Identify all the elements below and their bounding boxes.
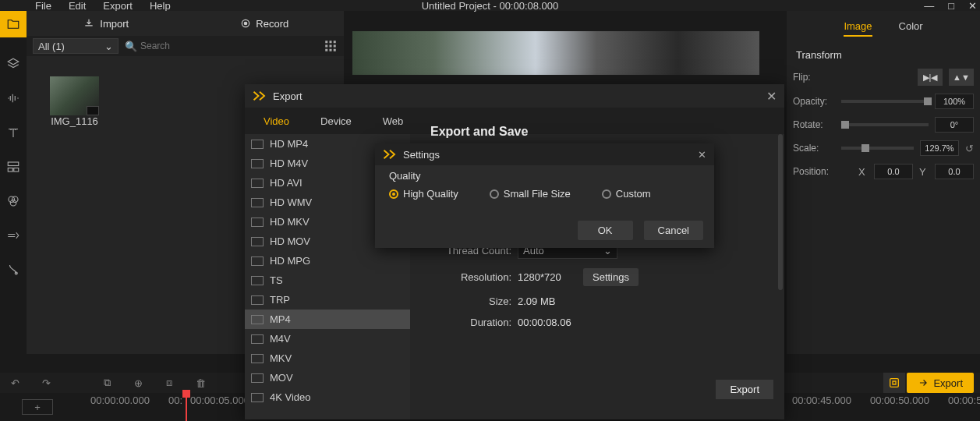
radio-small-file[interactable]: Small File Size — [490, 188, 571, 200]
resolution-label: Resolution: — [419, 271, 511, 283]
format-icon — [251, 334, 264, 344]
duration-value: 00:00:08.06 — [518, 317, 571, 328]
export-tab-device[interactable]: Device — [320, 115, 352, 127]
flip-label: Flip: — [793, 72, 835, 83]
menu-export[interactable]: Export — [103, 0, 133, 11]
rotate-value[interactable]: 0° — [935, 117, 974, 133]
settings-close-icon[interactable]: ✕ — [698, 149, 706, 161]
format-label: 4K Video — [270, 391, 311, 403]
import-label: Import — [100, 18, 129, 30]
format-icon — [251, 198, 264, 207]
import-button[interactable]: Import — [27, 18, 186, 30]
format-icon — [251, 393, 264, 402]
scale-value[interactable]: 129.7% — [920, 140, 959, 156]
rail-transition-icon[interactable] — [5, 228, 21, 243]
format-item[interactable]: MP4 — [245, 310, 410, 329]
position-x-value[interactable]: 0.0 — [874, 164, 913, 179]
format-label: MOV — [270, 372, 293, 384]
format-label: HD WMV — [270, 196, 312, 208]
rail-color-icon[interactable] — [5, 193, 21, 209]
clip-thumbnail[interactable]: IMG_1116 — [50, 76, 99, 127]
radio-high-quality[interactable]: High Quality — [389, 188, 458, 200]
rail-text-icon[interactable] — [5, 125, 21, 140]
cancel-button[interactable]: Cancel — [644, 221, 703, 240]
format-label: HD MPG — [270, 255, 310, 267]
export-confirm-button[interactable]: Export — [716, 380, 773, 399]
format-item[interactable]: HD MPG — [245, 251, 410, 271]
opacity-value[interactable]: 100% — [935, 94, 974, 109]
rail-media-icon[interactable] — [0, 11, 27, 37]
export-close-icon[interactable]: ✕ — [766, 89, 777, 104]
search-icon: 🔍 — [125, 41, 137, 52]
menu-help[interactable]: Help — [150, 0, 171, 11]
preview-viewport — [352, 31, 759, 75]
scale-slider[interactable] — [841, 147, 914, 150]
svg-rect-9 — [325, 41, 327, 43]
radio-custom[interactable]: Custom — [602, 188, 651, 200]
export-tab-video[interactable]: Video — [264, 115, 289, 127]
maximize-icon[interactable]: □ — [948, 0, 954, 12]
media-filter-dropdown[interactable]: All (1) ⌄ — [33, 38, 119, 54]
format-label: HD MP4 — [270, 138, 308, 150]
svg-rect-0 — [8, 162, 19, 166]
record-button[interactable]: Record — [186, 18, 345, 30]
ok-button[interactable]: OK — [578, 221, 633, 240]
menu-edit[interactable]: Edit — [69, 0, 86, 11]
format-label: MKV — [270, 352, 292, 364]
scale-label: Scale: — [793, 143, 835, 154]
redo-button[interactable]: ↷ — [37, 374, 55, 391]
playhead[interactable] — [186, 393, 187, 421]
add-track-button[interactable]: + — [22, 399, 53, 415]
format-label: TRP — [270, 294, 290, 306]
rail-templates-icon[interactable] — [5, 159, 21, 175]
rotate-label: Rotate: — [793, 119, 835, 130]
rail-audio-icon[interactable] — [5, 90, 21, 106]
delete-button[interactable]: 🗑 — [192, 374, 209, 391]
resolution-settings-button[interactable]: Settings — [583, 268, 639, 286]
menu-file[interactable]: File — [35, 0, 51, 11]
format-item[interactable]: MOV — [245, 368, 410, 387]
reset-scale-icon[interactable]: ↺ — [965, 143, 974, 154]
undo-button[interactable]: ↶ — [6, 374, 23, 391]
tool-3[interactable]: ⧈ — [161, 374, 178, 391]
format-item[interactable]: TRP — [245, 290, 410, 310]
minimize-icon[interactable]: ― — [924, 0, 934, 12]
tab-image[interactable]: Image — [844, 20, 872, 37]
search-input[interactable] — [140, 41, 317, 51]
clip-name: IMG_1116 — [50, 115, 99, 127]
close-window-icon[interactable]: ✕ — [968, 0, 977, 12]
export-button[interactable]: Export — [907, 373, 974, 393]
radio-custom-label: Custom — [616, 188, 651, 200]
opacity-slider[interactable] — [841, 100, 929, 103]
flip-vertical-button[interactable]: ▲▼ — [949, 69, 974, 86]
export-header: Export and Save — [430, 125, 777, 139]
resolution-value: 1280*720 — [518, 271, 577, 283]
format-item[interactable]: M4V — [245, 329, 410, 348]
format-item[interactable]: 4K Video — [245, 387, 410, 407]
format-icon — [251, 295, 264, 305]
format-item[interactable]: TS — [245, 271, 410, 290]
format-scrollbar[interactable] — [778, 134, 783, 290]
svg-point-5 — [10, 200, 16, 207]
pos-x-label: X — [858, 166, 868, 178]
tool-2[interactable]: ⊕ — [129, 374, 147, 391]
position-y-value[interactable]: 0.0 — [935, 164, 974, 179]
format-label: M4V — [270, 333, 291, 345]
tool-1[interactable]: ⧉ — [98, 374, 115, 391]
rail-layers-icon[interactable] — [5, 56, 21, 72]
project-settings-button[interactable] — [883, 373, 905, 393]
export-tab-web[interactable]: Web — [383, 115, 404, 127]
format-icon — [251, 179, 264, 188]
size-label: Size: — [419, 295, 511, 307]
export-dialog-title: Export — [273, 90, 302, 102]
flip-horizontal-button[interactable]: ▶|◀ — [918, 69, 943, 86]
rotate-slider[interactable] — [841, 123, 929, 126]
tab-color[interactable]: Color — [899, 20, 923, 37]
grid-view-icon[interactable] — [324, 39, 338, 53]
format-label: HD MKV — [270, 216, 310, 228]
format-label: HD MOV — [270, 235, 310, 247]
format-item[interactable]: MKV — [245, 348, 410, 368]
duration-label: Duration: — [419, 317, 511, 328]
radio-hq-label: High Quality — [403, 188, 458, 200]
rail-keyframe-icon[interactable] — [5, 262, 21, 278]
